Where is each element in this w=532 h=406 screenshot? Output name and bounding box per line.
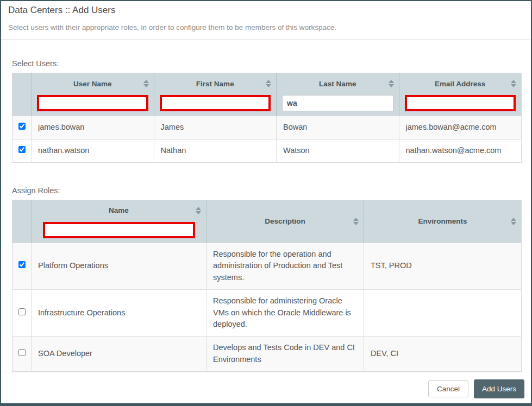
role-environments-cell: DEV, CI (364, 337, 522, 372)
user-row-checkbox[interactable] (18, 123, 26, 130)
firstname-filter-input[interactable] (160, 95, 271, 111)
user-row: james.bowan James Bowan james.bowan@acme… (12, 116, 522, 139)
users-lastname-column-header[interactable]: Last Name (277, 73, 399, 116)
username-filter-input[interactable] (37, 95, 148, 111)
roles-name-column-header[interactable]: Name (32, 200, 206, 243)
sort-icon[interactable] (511, 218, 516, 225)
last-name-cell: Bowan (277, 116, 399, 139)
email-cell: nathan.watson@acme.com (399, 139, 522, 162)
dialog-header: Data Centers :: Add Users Select users w… (1, 1, 531, 40)
sort-icon[interactable] (389, 80, 394, 87)
sort-icon[interactable] (143, 80, 149, 87)
email-cell: james.bowan@acme.com (399, 116, 522, 139)
user-row-checkbox[interactable] (18, 146, 26, 153)
email-filter-input[interactable] (405, 95, 516, 111)
lastname-header-label[interactable]: Last Name (319, 80, 356, 88)
role-row: SOA Developer Develops and Tests Code in… (12, 337, 522, 372)
user-row: nathan.watson Nathan Watson nathan.watso… (12, 139, 522, 162)
first-name-cell: Nathan (154, 139, 277, 162)
lastname-filter-input[interactable] (282, 95, 393, 111)
role-row: Infrastructure Operations Responsible fo… (12, 289, 522, 336)
role-description-cell: Responsible for administering Oracle VMs… (206, 289, 364, 336)
dialog-subtitle: Select users with their appropriate role… (8, 23, 524, 31)
role-name-cell: Infrastructure Operations (32, 289, 206, 336)
role-name-header-label[interactable]: Name (109, 206, 129, 214)
roles-description-column-header[interactable]: Description (206, 200, 364, 243)
assign-roles-label: Assign Roles: (12, 186, 520, 195)
description-header-label[interactable]: Description (265, 217, 305, 225)
firstname-header-label[interactable]: First Name (196, 80, 234, 88)
add-users-button[interactable]: Add Users (474, 379, 524, 398)
users-email-column-header[interactable]: Email Address (399, 73, 522, 116)
select-users-label: Select Users: (12, 59, 520, 68)
role-name-cell: Platform Operations (32, 243, 206, 289)
dialog-title: Data Centers :: Add Users (8, 5, 524, 16)
role-row: Platform Operations Responsible for the … (12, 243, 522, 289)
username-header-label[interactable]: User Name (73, 80, 112, 88)
role-row-checkbox[interactable] (18, 308, 26, 315)
first-name-cell: James (154, 116, 277, 139)
users-table: User Name First Name (12, 73, 522, 163)
add-users-dialog: Data Centers :: Add Users Select users w… (0, 0, 532, 406)
role-environments-cell: TST, PROD (364, 243, 522, 289)
dialog-footer: Cancel Add Users (1, 372, 531, 406)
role-row-checkbox[interactable] (18, 261, 26, 268)
roles-select-column-header (12, 200, 32, 243)
sort-icon[interactable] (353, 218, 359, 225)
role-environments-cell (364, 289, 522, 336)
role-description-cell: Responsible for the operation and admini… (206, 243, 364, 289)
user-name-cell: james.bowan (32, 116, 154, 139)
users-firstname-column-header[interactable]: First Name (154, 73, 277, 116)
role-name-filter-input[interactable] (43, 222, 195, 238)
role-name-cell: SOA Developer (32, 337, 206, 372)
users-username-column-header[interactable]: User Name (32, 73, 154, 116)
sort-icon[interactable] (196, 207, 201, 214)
role-row-checkbox[interactable] (18, 349, 26, 356)
email-header-label[interactable]: Email Address (435, 80, 485, 88)
last-name-cell: Watson (277, 139, 399, 162)
cancel-button[interactable]: Cancel (428, 380, 468, 397)
sort-icon[interactable] (266, 80, 271, 87)
roles-environments-column-header[interactable]: Environments (364, 200, 522, 243)
users-select-column-header (12, 73, 32, 116)
dialog-body: Select Users: User Name (1, 40, 531, 372)
user-name-cell: nathan.watson (32, 139, 154, 162)
roles-table: Name Description (12, 200, 522, 372)
environments-header-label[interactable]: Environments (418, 217, 467, 225)
sort-icon[interactable] (511, 80, 516, 87)
role-description-cell: Develops and Tests Code in DEV and CI En… (206, 337, 364, 372)
